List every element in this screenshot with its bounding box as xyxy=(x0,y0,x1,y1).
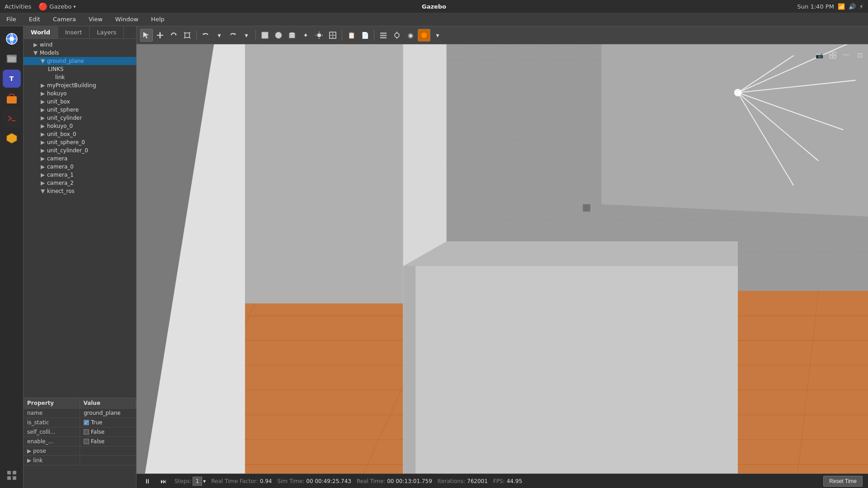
box-shape-btn[interactable] xyxy=(259,29,271,42)
reset-time-button[interactable]: Reset Time xyxy=(823,476,863,487)
menu-camera[interactable]: Camera xyxy=(50,15,79,23)
tree-item-kinect-ros[interactable]: ▼ kinect_ros xyxy=(24,187,136,195)
prop-value-is-static[interactable]: ✓ True xyxy=(80,418,136,427)
gazebo-icon[interactable] xyxy=(3,129,21,147)
tree-item-unit-cylinder[interactable]: ▶ unit_cylinder xyxy=(24,114,136,122)
prop-value-enable[interactable]: False xyxy=(80,437,136,446)
prop-value-self-colli[interactable]: False xyxy=(80,427,136,436)
pause-btn[interactable]: ⏸ xyxy=(142,476,153,487)
teams-icon[interactable]: T xyxy=(3,70,21,88)
tab-layers[interactable]: Layers xyxy=(90,26,124,38)
prop-header: Property Value xyxy=(24,398,136,408)
main-layout: T World Insert Layers ▶ wind xyxy=(0,26,868,488)
prop-value-name[interactable]: ground_plane xyxy=(80,408,136,418)
prop-row-link[interactable]: ▶link xyxy=(24,456,136,465)
steps-value[interactable]: 1 xyxy=(193,477,203,486)
activities-label[interactable]: Activities xyxy=(5,3,31,10)
select-tool-btn[interactable] xyxy=(140,29,153,42)
tree-item-camera[interactable]: ▶ camera xyxy=(24,155,136,163)
prop-col-property: Property xyxy=(24,398,80,408)
menu-file[interactable]: File xyxy=(4,15,19,23)
point-light-btn[interactable]: ✦ xyxy=(299,29,312,42)
tree-item-hokuyo-0[interactable]: ▶ hokuyo_0 xyxy=(24,122,136,130)
undo-dropdown[interactable]: ▾ xyxy=(213,29,226,42)
wireframe-btn[interactable] xyxy=(326,29,339,42)
grid-view-btn[interactable] xyxy=(826,49,839,61)
wifi-icon: 📶 xyxy=(838,3,845,10)
tree-label-camera-2: camera_2 xyxy=(47,180,74,186)
menu-window[interactable]: Window xyxy=(113,15,141,23)
tree-label-ground-plane: ground_plane xyxy=(47,58,84,64)
tab-insert[interactable]: Insert xyxy=(58,26,90,38)
tree-item-unit-sphere[interactable]: ▶ unit_sphere xyxy=(24,106,136,114)
terminal-icon[interactable] xyxy=(3,109,21,127)
is-static-checkbox[interactable]: ✓ xyxy=(84,420,89,425)
sun-btn[interactable] xyxy=(313,29,326,42)
stats-btn[interactable]: 〰 xyxy=(840,49,853,61)
svg-marker-71 xyxy=(601,44,868,216)
store-icon[interactable] xyxy=(3,89,21,108)
tree-item-ground-plane[interactable]: ▼ ground_plane xyxy=(24,57,136,65)
tree-item-wind[interactable]: ▶ wind xyxy=(24,41,136,49)
browser-icon[interactable] xyxy=(3,30,21,48)
tree-item-myprojectbuilding[interactable]: ▶ myProjectBuilding xyxy=(24,81,136,89)
sphere-shape-btn[interactable] xyxy=(272,29,285,42)
files-icon[interactable] xyxy=(3,50,21,68)
record-btn[interactable] xyxy=(418,29,430,42)
prop-row-pose[interactable]: ▶pose xyxy=(24,446,136,456)
tree-item-camera-2[interactable]: ▶ camera_2 xyxy=(24,179,136,187)
svg-marker-8 xyxy=(7,133,17,143)
enable-checkbox[interactable] xyxy=(84,439,89,444)
self-colli-checkbox[interactable] xyxy=(84,429,89,435)
left-dock: T xyxy=(0,26,24,488)
redo-dropdown[interactable]: ▾ xyxy=(240,29,253,42)
rotate-tool-btn[interactable] xyxy=(167,29,180,42)
prop-row-self-colli: self_colli... False xyxy=(24,427,136,437)
tree-item-unit-sphere-0[interactable]: ▶ unit_sphere_0 xyxy=(24,138,136,146)
scene-svg xyxy=(137,44,868,488)
tree-label-hokuyo-0: hokuyo_0 xyxy=(47,123,73,129)
cylinder-shape-btn[interactable] xyxy=(286,29,298,42)
copy-btn[interactable]: 📋 xyxy=(345,29,358,42)
screenshot-btn[interactable]: 📷 xyxy=(813,49,826,61)
measure-btn[interactable]: ◉ xyxy=(404,29,417,42)
svg-marker-69 xyxy=(245,44,403,303)
tree-item-link[interactable]: link xyxy=(24,73,136,81)
fps-label: FPS: xyxy=(493,478,505,484)
menu-help[interactable]: Help xyxy=(148,15,167,23)
align-btn[interactable] xyxy=(377,29,390,42)
scale-tool-btn[interactable] xyxy=(181,29,193,42)
tree-item-unit-box[interactable]: ▶ unit_box xyxy=(24,98,136,106)
tree-label-wind: wind xyxy=(40,42,52,48)
tab-world[interactable]: World xyxy=(24,26,58,38)
app-name-label[interactable]: 🔴 Gazebo ▾ xyxy=(38,2,75,11)
menu-view[interactable]: View xyxy=(86,15,105,23)
sim-time-label: Sim Time: xyxy=(277,478,304,484)
translate-tool-btn[interactable] xyxy=(154,29,166,42)
redo-btn[interactable] xyxy=(226,29,239,42)
record-dropdown[interactable]: ▾ xyxy=(431,29,444,42)
tree-item-camera-0[interactable]: ▶ camera_0 xyxy=(24,163,136,171)
tree-item-unit-cylinder-0[interactable]: ▶ unit_cylinder_0 xyxy=(24,146,136,155)
svg-rect-44 xyxy=(830,52,832,55)
tree-label-link: link xyxy=(55,74,65,80)
prop-row-is-static: is_static ✓ True xyxy=(24,418,136,427)
steps-control[interactable]: Steps: 1 ▾ xyxy=(175,477,206,486)
tab-bar: World Insert Layers xyxy=(24,26,136,39)
viewport[interactable]: 📷 〰 ⊡ xyxy=(137,44,868,488)
undo-btn[interactable] xyxy=(199,29,212,42)
next-frame-btn[interactable]: ⏭ xyxy=(158,476,169,487)
tree-item-models[interactable]: ▼ Models xyxy=(24,49,136,57)
grid-icon[interactable] xyxy=(3,466,21,484)
tree-item-unit-box-0[interactable]: ▶ unit_box_0 xyxy=(24,130,136,138)
properties-panel: Property Value name ground_plane is_stat… xyxy=(24,398,136,488)
paste-btn[interactable]: 📄 xyxy=(359,29,371,42)
tree-item-camera-1[interactable]: ▶ camera_1 xyxy=(24,171,136,179)
snap-btn[interactable] xyxy=(391,29,403,42)
steps-label: Steps: xyxy=(175,478,192,484)
tree-item-links[interactable]: LINKS xyxy=(24,65,136,73)
settings-viewport-btn[interactable]: ⊡ xyxy=(854,49,866,61)
steps-dropdown-arrow[interactable]: ▾ xyxy=(203,478,206,484)
tree-item-hokuyo[interactable]: ▶ hokuyo xyxy=(24,89,136,98)
menu-edit[interactable]: Edit xyxy=(26,15,43,23)
